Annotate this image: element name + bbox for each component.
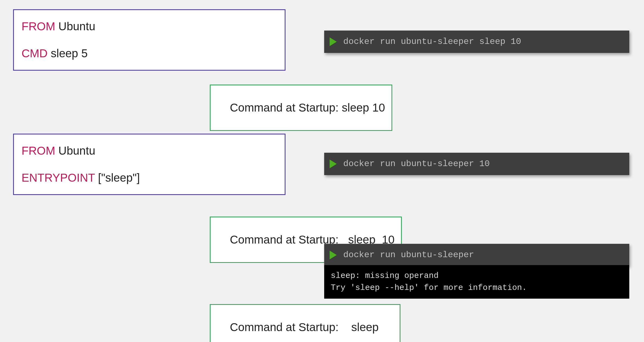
dockerfile-box-cmd: FROM Ubuntu CMD sleep 5 <box>13 9 285 71</box>
play-icon <box>330 160 337 168</box>
dockerfile-line: FROM Ubuntu <box>22 19 277 34</box>
keyword-entrypoint: ENTRYPOINT <box>22 171 95 184</box>
keyword-from: FROM <box>22 144 55 157</box>
startup-box-3: Command at Startup: sleep <box>210 304 400 342</box>
arg-cmd: sleep 5 <box>48 47 88 60</box>
startup-label: Command at Startup: <box>230 101 342 114</box>
arg-entrypoint: ["sleep"] <box>95 171 140 184</box>
arg-from: Ubuntu <box>55 20 95 33</box>
terminal-run-2: docker run ubuntu-sleeper 10 <box>324 153 629 175</box>
dockerfile-line: FROM Ubuntu <box>22 143 277 159</box>
terminal-output-3: sleep: missing operand Try 'sleep --help… <box>324 265 629 299</box>
slide-stage: FROM Ubuntu CMD sleep 5 docker run ubunt… <box>0 0 644 342</box>
play-icon <box>330 251 337 259</box>
terminal-run-1: docker run ubuntu-sleeper sleep 10 <box>324 31 629 53</box>
startup-box-1: Command at Startup: sleep 10 <box>210 85 392 131</box>
play-icon <box>330 37 337 46</box>
terminal-command: docker run ubuntu-sleeper 10 <box>343 159 490 169</box>
dockerfile-line: ENTRYPOINT ["sleep"] <box>22 170 277 186</box>
startup-cmd: sleep <box>351 321 379 334</box>
keyword-cmd: CMD <box>22 47 48 60</box>
keyword-from: FROM <box>22 20 55 33</box>
terminal-command: docker run ubuntu-sleeper sleep 10 <box>343 37 521 47</box>
arg-from: Ubuntu <box>55 144 95 157</box>
startup-label: Command at Startup: <box>230 321 351 334</box>
dockerfile-box-entrypoint: FROM Ubuntu ENTRYPOINT ["sleep"] <box>13 134 285 195</box>
dockerfile-line: CMD sleep 5 <box>22 46 277 61</box>
terminal-run-3: docker run ubuntu-sleeper <box>324 244 629 266</box>
startup-value: sleep 10 <box>342 101 385 114</box>
terminal-command: docker run ubuntu-sleeper <box>343 250 474 260</box>
